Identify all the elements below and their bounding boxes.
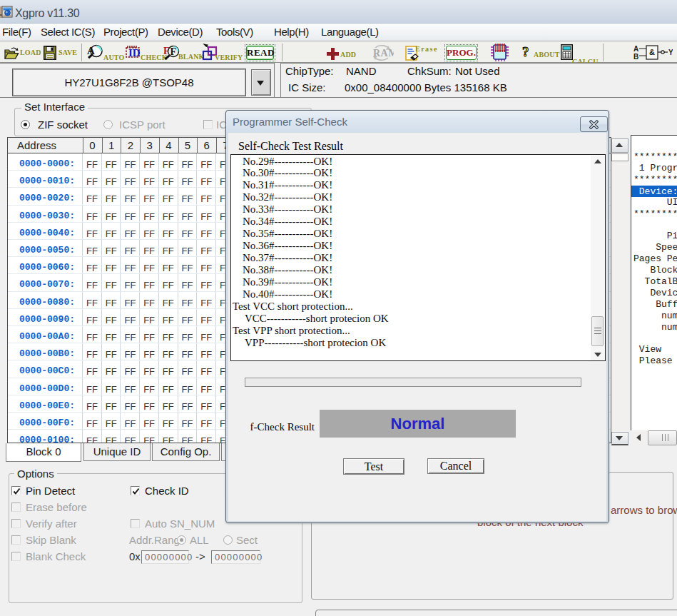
svg-text:B: B [633,53,638,61]
svg-text:A: A [633,45,638,53]
svg-text:RAM: RAM [373,48,394,59]
svg-text:F: F [170,46,177,57]
svg-text:&: & [649,48,655,56]
svg-text:F: F [163,46,170,56]
svg-text:Y: Y [668,49,673,56]
svg-text:ID: ID [128,47,141,59]
